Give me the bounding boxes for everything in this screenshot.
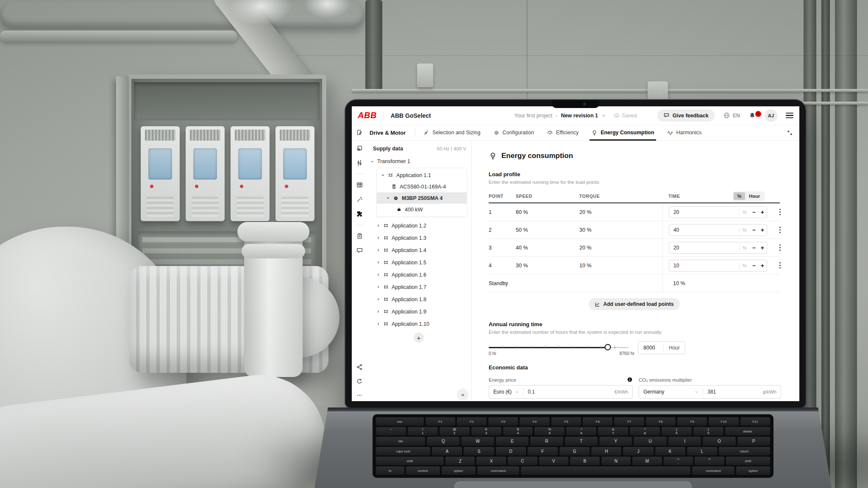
key-space[interactable]	[521, 466, 690, 475]
key-0[interactable]: )0	[693, 427, 723, 435]
key-f6[interactable]: F6	[583, 417, 612, 426]
increment-button[interactable]: +	[758, 244, 767, 251]
key-f3[interactable]: F3	[488, 417, 518, 426]
key--[interactable]: >.	[695, 457, 724, 465]
decrement-button[interactable]: −	[750, 227, 758, 233]
time-input[interactable]: 20%−+	[669, 206, 767, 218]
chevron-right-icon[interactable]	[376, 248, 380, 252]
time-input[interactable]: 20%−+	[669, 242, 767, 254]
row-menu-icon[interactable]	[778, 261, 782, 270]
key-f2[interactable]: F2	[457, 417, 487, 426]
clipboard-icon[interactable]	[356, 233, 363, 240]
row-menu-icon[interactable]	[778, 207, 782, 217]
key-1[interactable]: !1	[408, 427, 438, 435]
share-icon[interactable]	[356, 363, 363, 371]
key-f1[interactable]: F1	[426, 417, 455, 426]
key-k[interactable]: K	[655, 447, 685, 455]
key-f9[interactable]: F9	[677, 417, 707, 426]
key-o[interactable]: O	[703, 437, 735, 445]
add-application-button[interactable]: +	[414, 333, 424, 343]
tab-drive-and-motor[interactable]: Drive & Motor	[367, 125, 407, 140]
key-command[interactable]: command	[477, 466, 520, 475]
row-menu-icon[interactable]	[778, 225, 782, 235]
key-g[interactable]: G	[559, 447, 590, 455]
tree-item-application[interactable]: Application 1.3	[370, 232, 467, 244]
chevron-right-icon[interactable]	[376, 310, 380, 313]
tree-item-application[interactable]: Application 1.8	[370, 293, 467, 305]
co2-input[interactable]: 381	[703, 389, 762, 395]
tree-item-application[interactable]: Application 1.9	[370, 305, 467, 318]
key-command[interactable]: command	[692, 466, 734, 475]
language-selector[interactable]: EN	[723, 112, 740, 119]
tree-item-drive[interactable]: ACS580-01-169A-4	[377, 181, 467, 192]
key-6[interactable]: ^6	[566, 427, 596, 435]
key-esc[interactable]: esc	[376, 417, 424, 426]
menu-icon[interactable]	[786, 113, 793, 119]
toggle-percent[interactable]: %	[734, 192, 746, 200]
key--[interactable]: ~`	[376, 427, 406, 435]
trackpad[interactable]	[454, 481, 692, 488]
key-x[interactable]: X	[476, 457, 506, 465]
key-w[interactable]: W	[461, 437, 494, 445]
chevron-down-icon[interactable]	[386, 195, 390, 201]
tree-item-motor-selected[interactable]: M3BP 250SMA 4	[377, 192, 467, 204]
tree-item-application[interactable]: Application 1.7	[370, 281, 467, 293]
chevron-down-icon[interactable]	[370, 160, 374, 164]
key-f[interactable]: F	[528, 447, 558, 455]
key-3[interactable]: #3	[471, 427, 501, 435]
breadcrumb-revision[interactable]: New revision 1	[561, 113, 598, 119]
puzzle-icon[interactable]	[356, 210, 363, 218]
tree-item-application-1-1[interactable]: Application 1.1	[377, 169, 467, 181]
supply-data-row[interactable]: Supply data 50 Hz | 400 V	[370, 145, 467, 156]
key-y[interactable]: Y	[599, 437, 632, 445]
running-time-slider[interactable]: 0 hr 8760 hr	[489, 344, 629, 351]
give-feedback-button[interactable]: Give feedback	[657, 109, 715, 122]
key-p[interactable]: P	[737, 437, 770, 445]
tab-efficiency[interactable]: Efficiency	[547, 125, 579, 140]
key-e[interactable]: E	[496, 437, 529, 445]
key-tab[interactable]: tab	[376, 437, 425, 445]
key-f11[interactable]: F11	[740, 417, 770, 426]
increment-button[interactable]: +	[758, 209, 767, 216]
key-b[interactable]: B	[570, 457, 600, 465]
key-h[interactable]: H	[591, 447, 621, 455]
info-icon[interactable]	[627, 377, 633, 383]
add-load-points-button[interactable]: Add user-defined load points	[589, 298, 679, 310]
key-f7[interactable]: F7	[614, 417, 644, 426]
time-input[interactable]: 10%−+	[669, 260, 767, 272]
tree-item-load[interactable]: 400 kW	[377, 204, 467, 215]
key-option[interactable]: option	[736, 466, 770, 475]
key-control[interactable]: control	[406, 466, 440, 475]
key-i[interactable]: I	[668, 437, 701, 445]
increment-button[interactable]: +	[758, 227, 767, 233]
key-7[interactable]: &7	[598, 427, 628, 435]
document-edit-icon[interactable]	[352, 125, 367, 140]
tab-configuration[interactable]: Configuration	[493, 125, 534, 140]
key-t[interactable]: T	[565, 437, 598, 445]
chevron-right-icon[interactable]	[376, 322, 380, 326]
tree-item-application[interactable]: Application 1.4	[370, 244, 467, 256]
schematic-icon[interactable]	[356, 145, 363, 152]
chevron-right-icon[interactable]	[376, 236, 380, 240]
key-q[interactable]: Q	[427, 437, 459, 445]
key-9[interactable]: (9	[662, 427, 692, 435]
key-m[interactable]: M	[632, 457, 662, 465]
time-value[interactable]: 20	[669, 245, 739, 251]
key-c[interactable]: C	[508, 457, 537, 465]
table-icon[interactable]	[356, 181, 363, 189]
chevron-right-icon[interactable]	[376, 224, 380, 227]
key-d[interactable]: D	[496, 447, 526, 455]
key--[interactable]: <,	[664, 457, 693, 465]
row-menu-icon[interactable]	[778, 243, 782, 252]
hours-input[interactable]: 8000 Hour	[638, 341, 685, 354]
key-4[interactable]: $4	[503, 427, 533, 435]
decrement-button[interactable]: −	[750, 262, 758, 269]
key-option[interactable]: option	[442, 466, 476, 475]
chevron-right-icon[interactable]	[376, 273, 380, 277]
key-shift[interactable]: shift	[726, 457, 770, 465]
chevron-right-icon[interactable]	[376, 261, 380, 264]
tab-selection-and-sizing[interactable]: Selection and Sizing	[423, 125, 480, 140]
key-caps-lock[interactable]: caps lock	[376, 447, 430, 455]
time-input[interactable]: 40%−+	[669, 224, 767, 236]
slider-handle[interactable]	[604, 344, 611, 350]
